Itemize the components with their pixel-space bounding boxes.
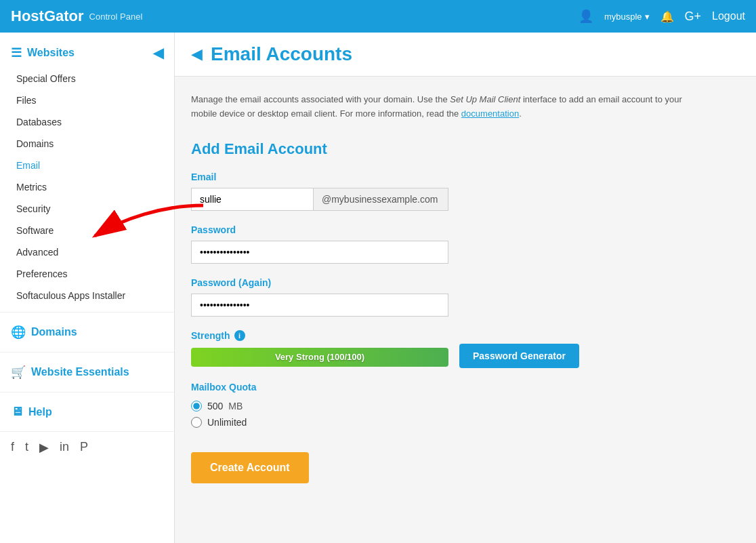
page-wrapper: ☰ Websites ◀ Special Offers Files Databa… xyxy=(0,33,756,543)
sidebar-item-advanced[interactable]: Advanced xyxy=(0,241,174,263)
help-icon: 🖥 xyxy=(11,405,23,419)
form-title: Add Email Account xyxy=(191,140,700,158)
website-essentials-label: Website Essentials xyxy=(31,366,129,378)
websites-label: Websites xyxy=(27,47,75,59)
quota-unlimited-item: Unlimited xyxy=(191,417,700,428)
password-input[interactable] xyxy=(191,241,448,264)
sidebar-item-special-offers[interactable]: Special Offers xyxy=(0,68,174,89)
main-content: ◀ Email Accounts Manage the email accoun… xyxy=(175,33,756,543)
strength-bar-fill: Very Strong (100/100) xyxy=(191,348,448,367)
quota-unlimited-radio[interactable] xyxy=(191,417,202,428)
password-again-input[interactable] xyxy=(191,294,448,317)
documentation-link[interactable]: documentation xyxy=(461,108,519,119)
dropdown-icon: ▾ xyxy=(645,12,650,22)
collapse-button[interactable]: ◀ xyxy=(153,45,163,61)
user-menu[interactable]: mybusple ▾ xyxy=(604,12,650,22)
help-header[interactable]: 🖥 Help xyxy=(0,398,174,426)
content-area: Manage the email accounts associated wit… xyxy=(175,77,717,500)
header-left: HostGator Control Panel xyxy=(11,7,142,25)
pinterest-icon[interactable]: P xyxy=(80,440,88,455)
description-part1: Manage the email accounts associated wit… xyxy=(191,94,450,104)
websites-section: ☰ Websites ◀ Special Offers Files Databa… xyxy=(0,33,174,313)
sidebar-item-security[interactable]: Security xyxy=(0,198,174,220)
domains-header[interactable]: 🌐 Domains xyxy=(0,318,174,346)
website-essentials-header[interactable]: 🛒 Website Essentials xyxy=(0,358,174,386)
header: HostGator Control Panel 👤 mybusple ▾ 🔔 G… xyxy=(0,0,756,33)
sidebar-item-software[interactable]: Software xyxy=(0,220,174,241)
sidebar-item-metrics[interactable]: Metrics xyxy=(0,176,174,198)
password-again-label: Password (Again) xyxy=(191,277,700,288)
menu-icon: ☰ xyxy=(11,45,22,60)
strength-group: Strength i Very Strong (100/100) Passwor… xyxy=(191,330,700,368)
cart-icon: 🛒 xyxy=(11,365,26,380)
description-italic: Set Up Mail Client xyxy=(450,94,520,104)
domains-section: 🌐 Domains xyxy=(0,313,174,353)
quota-500-radio[interactable] xyxy=(191,401,202,411)
notification-icon[interactable]: 🔔 xyxy=(660,10,674,23)
email-input-row: @mybusinessexample.com xyxy=(191,188,448,211)
strength-bar-text: Very Strong (100/100) xyxy=(275,352,364,362)
strength-info-icon[interactable]: i xyxy=(234,330,245,341)
header-right: 👤 mybusple ▾ 🔔 G+ Logout xyxy=(579,9,745,24)
email-group: Email @mybusinessexample.com xyxy=(191,172,700,211)
email-label: Email xyxy=(191,172,700,182)
description: Manage the email accounts associated wit… xyxy=(191,93,700,121)
sidebar-item-files[interactable]: Files xyxy=(0,89,174,111)
sidebar: ☰ Websites ◀ Special Offers Files Databa… xyxy=(0,33,175,543)
back-button[interactable]: ◀ xyxy=(191,45,203,63)
logo-text: HostGator xyxy=(11,7,84,24)
sidebar-item-softaculous[interactable]: Softaculous Apps Installer xyxy=(0,285,174,306)
sidebar-item-domains[interactable]: Domains xyxy=(0,133,174,155)
help-label: Help xyxy=(28,406,52,418)
password-group: Password xyxy=(191,224,700,264)
strength-label-row: Strength i xyxy=(191,330,700,341)
password-label: Password xyxy=(191,224,700,235)
quota-500-item: 500 MB xyxy=(191,401,700,411)
password-generator-button[interactable]: Password Generator xyxy=(459,344,579,368)
strength-bar-container: Very Strong (100/100) xyxy=(191,348,448,367)
help-section: 🖥 Help xyxy=(0,393,174,432)
sidebar-item-email[interactable]: Email xyxy=(0,155,174,176)
sidebar-item-databases[interactable]: Databases xyxy=(0,111,174,133)
quota-radio-group: 500 MB Unlimited xyxy=(191,401,700,428)
linkedin-icon[interactable]: in xyxy=(60,440,69,455)
description-end: . xyxy=(519,108,522,119)
strength-text: Strength xyxy=(191,330,230,341)
websites-section-header[interactable]: ☰ Websites ◀ xyxy=(0,38,174,68)
add-email-form: Add Email Account Email @mybusinessexamp… xyxy=(191,140,700,483)
youtube-icon[interactable]: ▶ xyxy=(39,440,49,455)
user-icon: 👤 xyxy=(579,9,593,24)
page-title: Email Accounts xyxy=(211,43,352,65)
quota-500-unit: MB xyxy=(228,401,243,411)
twitter-icon[interactable]: t xyxy=(25,440,28,455)
google-icon[interactable]: G+ xyxy=(685,9,702,24)
mailbox-quota-title: Mailbox Quota xyxy=(191,382,700,393)
website-essentials-section: 🛒 Website Essentials xyxy=(0,353,174,393)
mailbox-quota-group: Mailbox Quota 500 MB Unlimited xyxy=(191,382,700,428)
quota-500-label[interactable]: 500 MB xyxy=(207,401,243,411)
sidebar-item-preferences[interactable]: Preferences xyxy=(0,263,174,285)
username: mybusple xyxy=(604,12,642,22)
domains-label: Domains xyxy=(31,326,77,338)
email-domain-display: @mybusinessexample.com xyxy=(313,188,448,211)
quota-500-value: 500 xyxy=(207,401,223,411)
logout-button[interactable]: Logout xyxy=(712,10,745,22)
page-title-bar: ◀ Email Accounts xyxy=(175,33,756,77)
facebook-icon[interactable]: f xyxy=(11,440,14,455)
logo: HostGator xyxy=(11,7,84,25)
social-links: f t ▶ in P xyxy=(0,432,174,463)
password-again-group: Password (Again) xyxy=(191,277,700,317)
strength-row: Very Strong (100/100) Password Generator xyxy=(191,346,700,368)
control-panel-label: Control Panel xyxy=(89,12,143,22)
quota-unlimited-label[interactable]: Unlimited xyxy=(207,417,247,428)
create-account-button[interactable]: Create Account xyxy=(191,452,309,483)
globe-icon: 🌐 xyxy=(11,325,26,340)
email-local-input[interactable] xyxy=(191,188,313,211)
